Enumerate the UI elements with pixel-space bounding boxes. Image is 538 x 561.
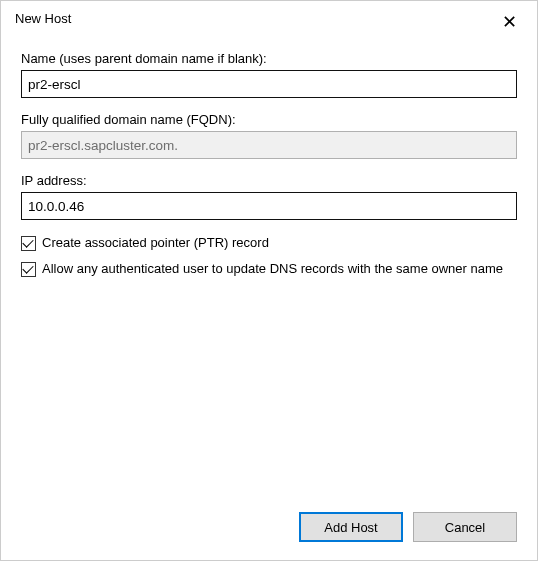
ip-label: IP address: (21, 173, 517, 188)
allow-update-checkbox-label: Allow any authenticated user to update D… (42, 260, 503, 278)
button-row: Add Host Cancel (1, 512, 537, 560)
name-input[interactable] (21, 70, 517, 98)
dialog-content: Name (uses parent domain name if blank):… (1, 41, 537, 512)
add-host-button[interactable]: Add Host (299, 512, 403, 542)
fqdn-field-group: Fully qualified domain name (FQDN): pr2-… (21, 112, 517, 159)
allow-update-checkbox-row[interactable]: Allow any authenticated user to update D… (21, 260, 517, 278)
cancel-button[interactable]: Cancel (413, 512, 517, 542)
ptr-checkbox[interactable] (21, 236, 36, 251)
ip-field-group: IP address: (21, 173, 517, 220)
close-button[interactable]: ✕ (494, 9, 525, 35)
fqdn-label: Fully qualified domain name (FQDN): (21, 112, 517, 127)
titlebar: New Host ✕ (1, 1, 537, 41)
allow-update-checkbox[interactable] (21, 262, 36, 277)
ip-input[interactable] (21, 192, 517, 220)
fqdn-display: pr2-erscl.sapcluster.com. (21, 131, 517, 159)
ptr-checkbox-row[interactable]: Create associated pointer (PTR) record (21, 234, 517, 252)
ptr-checkbox-label: Create associated pointer (PTR) record (42, 234, 269, 252)
name-label: Name (uses parent domain name if blank): (21, 51, 517, 66)
dialog-title: New Host (15, 9, 71, 26)
name-field-group: Name (uses parent domain name if blank): (21, 51, 517, 98)
